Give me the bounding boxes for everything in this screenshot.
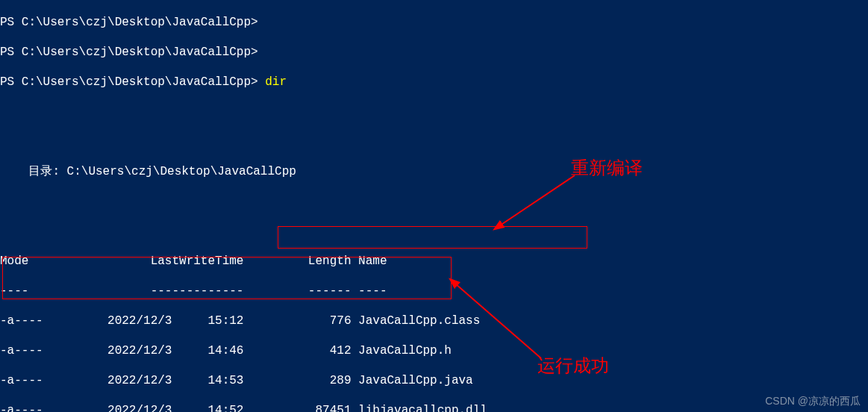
blank-line: [0, 194, 868, 209]
annotation-recompile: 重新编译: [571, 157, 643, 179]
blank-line: [0, 134, 868, 149]
command-dir: dir: [265, 75, 287, 89]
prompt-line: PS C:\Users\czj\Desktop\JavaCallCpp> dir: [0, 75, 868, 90]
file-row: -a---- 2022/12/3 15:12 776 JavaCallCpp.c…: [0, 313, 868, 328]
annotation-success: 运行成功: [537, 355, 609, 377]
highlight-box-recompile: [278, 226, 587, 249]
dir-header: 目录: C:\Users\czj\Desktop\JavaCallCpp: [0, 164, 868, 179]
prompt-text: PS C:\Users\czj\Desktop\JavaCallCpp>: [0, 75, 265, 89]
file-row: -a---- 2022/12/3 14:53 289 JavaCallCpp.j…: [0, 373, 868, 388]
highlight-box-success: [2, 257, 452, 299]
watermark-text: CSDN @凉凉的西瓜: [765, 395, 861, 408]
powershell-terminal[interactable]: PS C:\Users\czj\Desktop\JavaCallCpp> PS …: [0, 0, 868, 412]
prompt-line: PS C:\Users\czj\Desktop\JavaCallCpp>: [0, 45, 868, 60]
file-row: -a---- 2022/12/3 14:52 87451 libjavacall…: [0, 403, 868, 412]
file-row: -a---- 2022/12/3 14:46 412 JavaCallCpp.h: [0, 343, 868, 358]
blank-line: [0, 104, 868, 119]
prompt-line: PS C:\Users\czj\Desktop\JavaCallCpp>: [0, 15, 868, 30]
